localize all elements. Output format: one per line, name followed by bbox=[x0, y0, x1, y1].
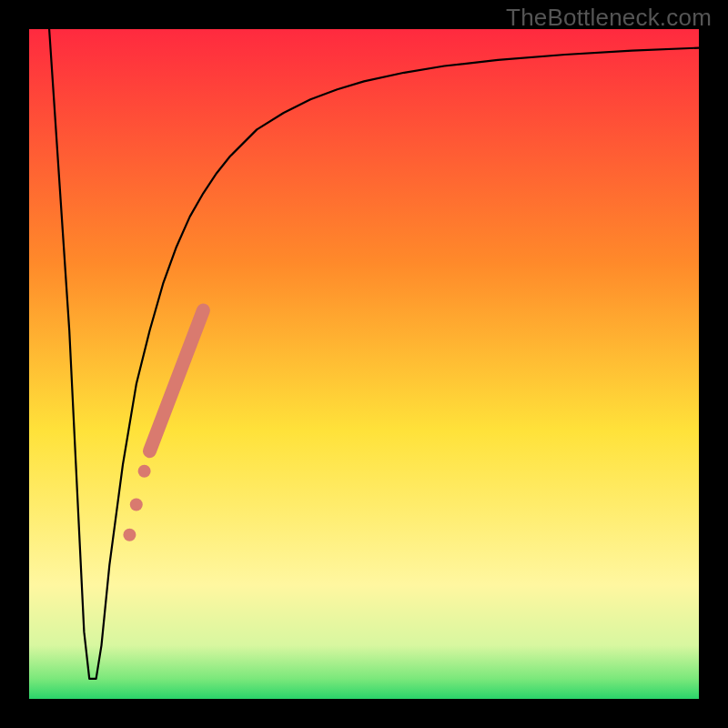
watermark-label: TheBottleneck.com bbox=[506, 4, 712, 32]
highlight-dot bbox=[123, 529, 136, 541]
gradient-background bbox=[29, 29, 699, 699]
highlight-dot bbox=[138, 465, 151, 478]
highlight-dot bbox=[130, 499, 143, 511]
chart-container: TheBottleneck.com bbox=[0, 0, 728, 728]
bottleneck-chart bbox=[0, 0, 728, 728]
